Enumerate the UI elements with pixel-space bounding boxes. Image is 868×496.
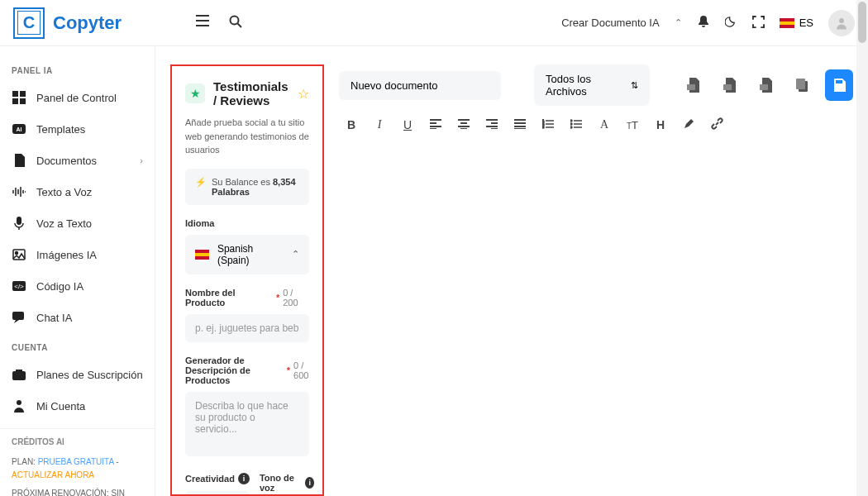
sidebar-item-templates[interactable]: AI Templates: [0, 113, 155, 145]
brand-logo[interactable]: C Copyter: [13, 7, 122, 39]
language-value: Spanish (Spain): [217, 243, 284, 266]
code-icon: </>: [12, 279, 26, 293]
app-header: C Copyter Crear Documento IA ⌃ ES: [0, 0, 868, 46]
info-icon[interactable]: i: [238, 473, 250, 484]
tone-label: Tono de voz: [260, 473, 302, 493]
mic-icon: [12, 216, 26, 231]
language-select[interactable]: Spanish (Spain) ⌃: [185, 235, 309, 274]
sidebar-item-tts[interactable]: Texto a Voz: [0, 176, 155, 207]
template-title: Testimonials / Reviews: [213, 79, 289, 107]
svg-point-10: [16, 252, 18, 255]
language-selector[interactable]: ES: [780, 17, 813, 29]
align-center-button[interactable]: [456, 118, 471, 131]
font-button[interactable]: A: [597, 118, 612, 131]
flag-spain-icon: [780, 18, 794, 28]
sidebar-item-label: Imágenes IA: [36, 249, 97, 261]
creativity-select[interactable]: Media⇅: [185, 491, 250, 497]
highlight-button[interactable]: [681, 118, 696, 132]
star-badge-icon: ★: [185, 83, 205, 103]
sidebar-item-stt[interactable]: Voz a Texto: [0, 207, 155, 239]
sidebar-item-dashboard[interactable]: Panel de Control: [0, 82, 155, 113]
language-label: Idioma: [185, 218, 309, 228]
product-name-input[interactable]: [185, 314, 309, 342]
chevron-up-icon: ⌃: [292, 249, 299, 260]
credits-section: CRÉDITOS AI PLAN: PRUEBA GRATUITA - ACTU…: [0, 436, 155, 496]
export-pdf-button[interactable]: [716, 69, 744, 101]
ordered-list-button[interactable]: 123: [541, 118, 556, 131]
balance-box: ⚡ Su Balance es 8,354 Palabras: [185, 169, 309, 205]
bold-button[interactable]: B: [344, 118, 359, 131]
svg-text:</>: </>: [14, 283, 24, 290]
font-size-button[interactable]: TT: [625, 119, 640, 131]
plan-prefix: PLAN:: [12, 457, 38, 466]
page-scrollbar[interactable]: [856, 0, 868, 496]
heading-button[interactable]: H: [653, 118, 668, 131]
svg-rect-18: [760, 84, 768, 90]
fullscreen-icon[interactable]: [752, 16, 765, 31]
underline-button[interactable]: U: [400, 118, 415, 131]
svg-text:AI: AI: [17, 126, 22, 132]
link-button[interactable]: [709, 117, 724, 132]
svg-rect-17: [723, 84, 732, 90]
sidebar-item-code[interactable]: </> Código IA: [0, 270, 155, 302]
menu-toggle-icon[interactable]: [196, 15, 209, 31]
export-word-button[interactable]: [680, 69, 708, 101]
sidebar-item-account[interactable]: Mi Cuenta: [0, 390, 155, 422]
sidebar-item-images[interactable]: Imágenes IA: [0, 239, 155, 270]
sidebar-item-label: Chat IA: [36, 312, 72, 324]
align-left-button[interactable]: [428, 118, 443, 131]
product-desc-input[interactable]: [185, 392, 309, 456]
creativity-label: Creatividad: [185, 474, 235, 484]
brand-name: Copyter: [53, 12, 122, 34]
moon-icon[interactable]: [725, 16, 737, 31]
svg-rect-13: [12, 312, 24, 320]
archive-value: Todos los Archivos: [546, 73, 631, 98]
sidebar-item-chat[interactable]: Chat IA: [0, 302, 155, 333]
svg-point-24: [570, 120, 572, 122]
sidebar-section-account: CUENTA: [0, 333, 155, 359]
plan-link[interactable]: PRUEBA GRATUITA: [38, 457, 114, 466]
credits-title: CRÉDITOS AI: [12, 436, 143, 449]
product-name-counter: 0 / 200: [283, 288, 309, 308]
svg-point-15: [17, 400, 21, 405]
copy-button[interactable]: [789, 69, 817, 101]
sidebar-item-label: Documentos: [36, 155, 97, 167]
export-txt-button[interactable]: [752, 69, 780, 101]
flag-spain-icon: [195, 250, 209, 260]
italic-button[interactable]: I: [372, 118, 387, 131]
sidebar-item-plans[interactable]: Planes de Suscripción: [0, 359, 155, 390]
sidebar-item-documents[interactable]: Documentos ›: [0, 145, 155, 176]
upgrade-link[interactable]: ACTUALIZAR AHORA: [12, 470, 94, 479]
svg-point-26: [570, 126, 572, 128]
template-description: Añade prueba social a tu sitio web gener…: [185, 116, 309, 157]
sidebar-item-label: Mi Cuenta: [36, 400, 85, 413]
svg-point-25: [570, 123, 572, 125]
svg-rect-8: [17, 217, 21, 225]
align-right-button[interactable]: [484, 118, 499, 131]
svg-point-1: [839, 18, 844, 23]
chevron-up-icon[interactable]: ⌃: [675, 17, 682, 28]
scrollbar-thumb[interactable]: [858, 2, 866, 43]
svg-point-0: [231, 17, 239, 25]
templates-icon: AI: [12, 122, 26, 136]
archive-select[interactable]: Todos los Archivos⇅: [534, 64, 650, 106]
sidebar-item-label: Panel de Control: [36, 92, 117, 104]
bell-icon[interactable]: [697, 15, 710, 31]
save-button[interactable]: [825, 69, 853, 101]
chevron-right-icon: ›: [140, 155, 143, 165]
search-icon[interactable]: [229, 15, 242, 31]
align-justify-button[interactable]: [513, 118, 527, 131]
favorite-star-icon[interactable]: ☆: [298, 86, 309, 102]
dashboard-icon: [12, 90, 26, 105]
create-document-link[interactable]: Crear Documento IA: [561, 17, 660, 29]
sort-icon: ⇅: [631, 80, 638, 91]
document-name-input[interactable]: [339, 71, 501, 100]
info-icon[interactable]: i: [305, 477, 314, 489]
sidebar-item-label: Texto a Voz: [36, 186, 92, 198]
svg-rect-5: [20, 98, 26, 104]
user-avatar[interactable]: [828, 10, 855, 36]
svg-rect-3: [20, 91, 26, 97]
unordered-list-button[interactable]: [569, 118, 584, 131]
plans-icon: [12, 367, 26, 382]
product-name-label: Nombre del Producto: [185, 288, 273, 308]
